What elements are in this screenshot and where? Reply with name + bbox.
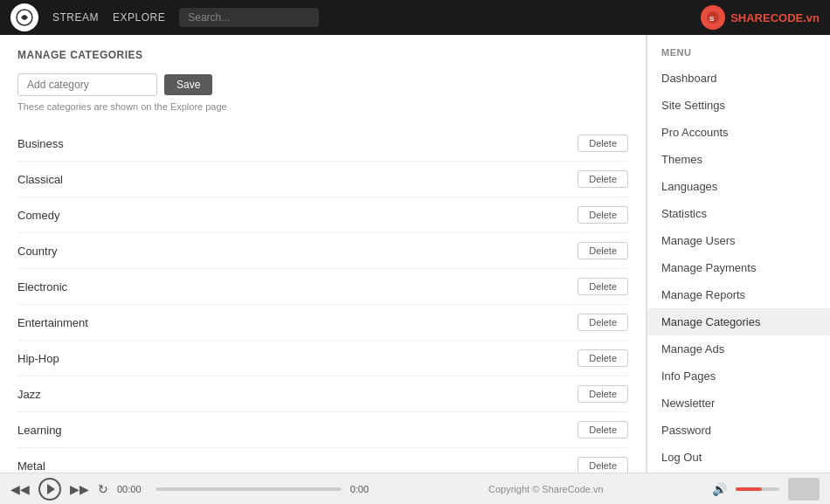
prev-button[interactable]: ◀◀: [10, 482, 30, 496]
delete-button[interactable]: Delete: [578, 314, 628, 331]
delete-button[interactable]: Delete: [578, 421, 628, 438]
sidebar-item-pro-accounts[interactable]: Pro Accounts: [647, 119, 830, 146]
sidebar-item-password[interactable]: Password: [647, 417, 830, 444]
sidebar-item-manage-categories[interactable]: Manage Categories: [647, 308, 830, 335]
delete-button[interactable]: Delete: [578, 206, 628, 224]
nav-stream[interactable]: STREAM: [52, 11, 99, 24]
sidebar-item-newsletter[interactable]: Newsletter: [647, 390, 830, 417]
category-row: EntertainmentDelete: [17, 305, 628, 341]
sidebar-item-log-out[interactable]: Log Out: [647, 444, 830, 471]
category-name: Jazz: [17, 388, 41, 401]
play-button[interactable]: [38, 478, 61, 501]
nav-explore[interactable]: EXPLORE: [113, 11, 165, 24]
category-name: Electronic: [17, 280, 67, 293]
play-icon: [47, 484, 55, 494]
brand-logo-icon: S: [701, 5, 725, 30]
content-area: MANAGE CATEGORIES Save These categories …: [0, 35, 647, 473]
brand: S SHARECODE.vn: [701, 5, 820, 30]
sidebar-item-site-settings[interactable]: Site Settings: [647, 92, 830, 119]
delete-button[interactable]: Delete: [578, 278, 628, 295]
sidebar-item-themes[interactable]: Themes: [647, 146, 830, 173]
progress-bar[interactable]: [156, 487, 342, 491]
delete-button[interactable]: Delete: [578, 385, 628, 403]
current-time: 00:00: [117, 484, 147, 494]
volume-fill: [736, 487, 762, 491]
svg-text:S: S: [709, 15, 715, 23]
volume-bar[interactable]: [736, 487, 779, 491]
sidebar-item-languages[interactable]: Languages: [647, 173, 830, 200]
sidebar-item-manage-users[interactable]: Manage Users: [647, 227, 830, 254]
main-layout: MANAGE CATEGORIES Save These categories …: [0, 35, 830, 473]
sidebar-item-manage-payments[interactable]: Manage Payments: [647, 254, 830, 281]
category-name: Learning: [17, 424, 62, 437]
sidebar-item-statistics[interactable]: Statistics: [647, 200, 830, 227]
brand-text: SHARECODE.vn: [730, 11, 820, 24]
repeat-button[interactable]: ↻: [98, 482, 108, 496]
delete-button[interactable]: Delete: [578, 135, 628, 152]
copyright-text: Copyright © ShareCode.vn: [453, 484, 640, 494]
search-input[interactable]: [179, 8, 319, 27]
sidebar-item-dashboard[interactable]: Dashboard: [647, 65, 830, 92]
category-name: Hip-Hop: [17, 352, 59, 365]
next-button[interactable]: ▶▶: [70, 482, 89, 496]
save-button[interactable]: Save: [164, 74, 212, 95]
sidebar-items: DashboardSite SettingsPro AccountsThemes…: [647, 65, 830, 471]
player-bar: ◀◀ ▶▶ ↻ 00:00 0:00 Copyright © ShareCode…: [0, 473, 830, 504]
sidebar-item-manage-ads[interactable]: Manage Ads: [647, 335, 830, 362]
delete-button[interactable]: Delete: [578, 242, 628, 259]
category-row: BusinessDelete: [17, 126, 628, 162]
delete-button[interactable]: Delete: [578, 457, 628, 473]
delete-button[interactable]: Delete: [578, 349, 628, 367]
category-name: Business: [17, 137, 64, 150]
nav-logo: [10, 3, 38, 31]
sidebar: MENU DashboardSite SettingsPro AccountsT…: [647, 35, 830, 473]
delete-button[interactable]: Delete: [578, 170, 628, 188]
category-name: Comedy: [17, 209, 59, 222]
category-row: MetalDelete: [17, 448, 628, 473]
sidebar-item-manage-reports[interactable]: Manage Reports: [647, 281, 830, 308]
section-title: MANAGE CATEGORIES: [17, 49, 628, 61]
add-category-input[interactable]: [17, 73, 157, 96]
top-nav: STREAM EXPLORE S SHARECODE.vn: [0, 0, 830, 35]
category-row: ElectronicDelete: [17, 269, 628, 305]
nav-links: STREAM EXPLORE: [52, 11, 165, 24]
category-row: CountryDelete: [17, 233, 628, 269]
sidebar-item-info-pages[interactable]: Info Pages: [647, 362, 830, 390]
category-row: LearningDelete: [17, 412, 628, 448]
category-row: ComedyDelete: [17, 197, 628, 233]
category-row: ClassicalDelete: [17, 162, 628, 197]
helper-text: These categories are shown on the Explor…: [17, 101, 628, 112]
duration: 0:00: [350, 484, 380, 494]
sidebar-menu-title: MENU: [647, 35, 830, 65]
category-row: Hip-HopDelete: [17, 341, 628, 376]
queue-button[interactable]: [788, 478, 820, 501]
category-name: Metal: [17, 459, 45, 473]
category-name: Country: [17, 245, 58, 258]
category-name: Entertainment: [17, 316, 88, 329]
categories-list: BusinessDeleteClassicalDeleteComedyDelet…: [17, 126, 628, 473]
volume-icon: 🔊: [712, 482, 727, 496]
category-row: JazzDelete: [17, 376, 628, 412]
add-category-row: Save: [17, 73, 628, 96]
category-name: Classical: [17, 173, 63, 186]
